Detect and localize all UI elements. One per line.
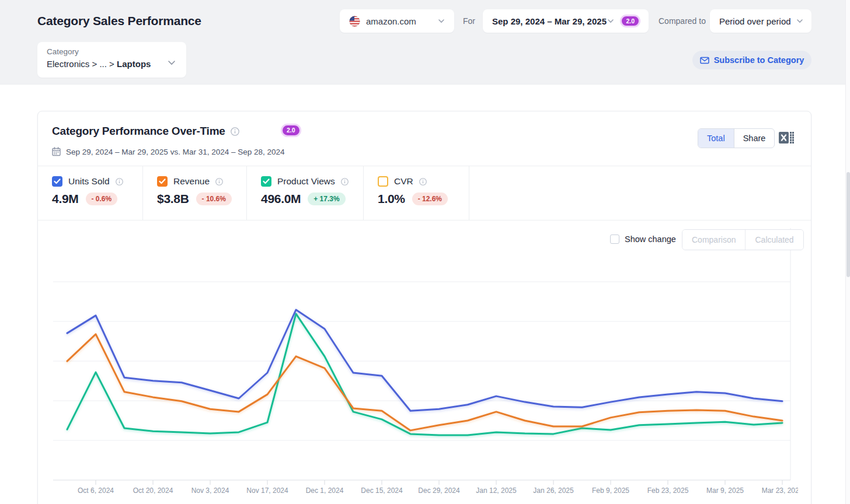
- x-axis-label: Dec 1, 2024: [306, 487, 344, 495]
- toggle-option-total[interactable]: Total: [698, 129, 734, 148]
- x-axis-label: Mar 23, 2025: [762, 487, 798, 495]
- x-axis-label: Feb 23, 2025: [647, 487, 689, 495]
- metric-cvr[interactable]: CVR 1.0% - 12.6%: [363, 166, 469, 220]
- info-icon[interactable]: [419, 178, 427, 186]
- info-icon[interactable]: [215, 178, 223, 186]
- card-date-compare-row: Sep 29, 2024 – Mar 29, 2025 vs. Mar 31, …: [52, 147, 285, 156]
- chart-controls: Show change Comparison Calculated: [38, 228, 811, 257]
- metric-product-views[interactable]: Product Views 496.0M + 17.3%: [246, 166, 363, 220]
- metric-value: 1.0%: [378, 192, 405, 206]
- metric-value: 4.9M: [52, 192, 79, 206]
- site-selector[interactable]: amazon.com: [340, 9, 454, 33]
- for-label: For: [463, 16, 475, 26]
- us-flag-icon: [349, 16, 360, 27]
- x-axis-label: Dec 15, 2024: [361, 487, 403, 495]
- date-range-selector[interactable]: Sep 29, 2024 – Mar 29, 2025 2.0: [483, 9, 649, 33]
- toggle-option-share[interactable]: Share: [734, 129, 775, 148]
- version-badge: 2.0: [620, 15, 640, 28]
- x-axis-label: Dec 29, 2024: [418, 487, 460, 495]
- metric-label: Units Sold: [68, 176, 110, 187]
- metric-units-sold[interactable]: Units Sold 4.9M - 0.6%: [38, 166, 142, 220]
- show-change-label: Show change: [625, 235, 676, 244]
- x-axis-label: Mar 9, 2025: [706, 487, 744, 495]
- x-axis-label: Oct 20, 2024: [133, 487, 173, 495]
- scrollbar-thumb[interactable]: [846, 172, 850, 277]
- metric-label: Product Views: [277, 176, 335, 187]
- metric-revenue[interactable]: Revenue $3.8B - 10.6%: [142, 166, 246, 220]
- metric-change-badge: - 10.6%: [196, 192, 232, 205]
- x-axis-label: Jan 26, 2025: [533, 487, 574, 495]
- date-range-value: Sep 29, 2024 – Mar 29, 2025: [492, 16, 607, 26]
- comparison-mode-value: Period over period: [719, 16, 791, 26]
- envelope-icon: [700, 57, 709, 64]
- series-line-units-sold[interactable]: [67, 310, 782, 411]
- metric-label: Revenue: [173, 176, 210, 187]
- category-performance-card: Category Performance Over-Time 2.0 Sep 2…: [37, 111, 811, 504]
- subscribe-to-category-button[interactable]: Subscribe to Category: [692, 51, 811, 69]
- mode-buttons: Comparison Calculated: [682, 229, 804, 250]
- metrics-row: Units Sold 4.9M - 0.6% Revenue $3.8B - 1…: [38, 166, 811, 220]
- metric-checkbox[interactable]: [378, 176, 388, 187]
- subscribe-button-label: Subscribe to Category: [714, 55, 804, 65]
- x-axis-label: Nov 17, 2024: [246, 487, 288, 495]
- x-axis-label: Oct 6, 2024: [78, 487, 114, 495]
- metric-checkbox[interactable]: [52, 176, 62, 187]
- category-breadcrumb: Electronics > ... > Laptops: [47, 59, 177, 69]
- x-axis-label: Feb 9, 2025: [592, 487, 629, 495]
- chevron-down-icon: [607, 19, 614, 23]
- performance-line-chart[interactable]: Oct 6, 2024Oct 20, 2024Nov 3, 2024Nov 17…: [53, 228, 798, 504]
- category-selector-label: Category: [47, 47, 177, 56]
- chevron-down-icon: [438, 19, 445, 23]
- show-change-checkbox[interactable]: Show change: [610, 235, 676, 244]
- version-badge: 2.0: [281, 124, 301, 137]
- metric-change-badge: - 12.6%: [412, 192, 448, 205]
- metric-change-badge: + 17.3%: [308, 192, 345, 205]
- scrollbar[interactable]: [845, 0, 850, 504]
- checkbox-unchecked[interactable]: [610, 235, 619, 244]
- metric-label: CVR: [394, 176, 413, 187]
- series-line-product-views[interactable]: [67, 314, 782, 435]
- card-title: Category Performance Over-Time: [52, 125, 225, 138]
- page-title: Category Sales Performance: [37, 14, 201, 28]
- info-icon[interactable]: [116, 178, 123, 186]
- chevron-down-icon: [796, 19, 803, 23]
- site-selector-value: amazon.com: [366, 16, 416, 26]
- page-header: Category Sales Performance amazon.com Fo…: [0, 0, 846, 85]
- category-selected: Laptops: [117, 59, 151, 69]
- excel-export-icon[interactable]: [777, 130, 796, 147]
- comparison-button[interactable]: Comparison: [682, 230, 745, 250]
- card-title-row: Category Performance Over-Time: [52, 125, 239, 138]
- calculated-button[interactable]: Calculated: [745, 230, 803, 250]
- metric-value: $3.8B: [157, 192, 189, 206]
- comparison-mode-selector[interactable]: Period over period: [710, 9, 811, 33]
- chevron-down-icon: [168, 57, 176, 68]
- metric-checkbox[interactable]: [261, 176, 271, 187]
- info-icon[interactable]: [231, 127, 239, 136]
- info-icon[interactable]: [341, 178, 349, 186]
- calendar-icon: [52, 147, 61, 156]
- x-axis-label: Nov 3, 2024: [191, 487, 229, 495]
- metric-checkbox[interactable]: [157, 176, 168, 187]
- compared-to-label: Compared to: [659, 16, 706, 26]
- total-share-toggle: Total Share: [698, 128, 775, 148]
- card-date-compare: Sep 29, 2024 – Mar 29, 2025 vs. Mar 31, …: [66, 148, 285, 156]
- x-axis-label: Jan 12, 2025: [476, 487, 517, 495]
- category-selector[interactable]: Category Electronics > ... > Laptops: [37, 42, 186, 78]
- metric-change-badge: - 0.6%: [86, 192, 118, 205]
- metric-value: 496.0M: [261, 192, 301, 206]
